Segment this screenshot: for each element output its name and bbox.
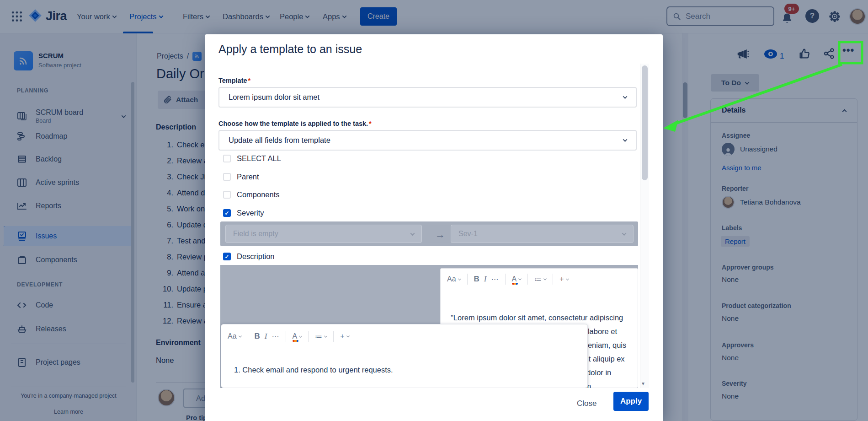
chevron-down-icon [543, 277, 547, 280]
toolbar-divider [333, 331, 334, 342]
severity-target-select: Sev-1 [451, 225, 634, 243]
chevron-down-icon [410, 231, 415, 236]
arrow-right-icon: → [435, 229, 445, 241]
list-button[interactable]: ≔ [315, 332, 327, 341]
chevron-down-icon [518, 277, 522, 280]
apply-template-modal: Apply a template to an issue Template* L… [205, 34, 663, 421]
checkbox-select-all[interactable]: SELECT ALL [223, 154, 281, 163]
chevron-down-icon [239, 334, 242, 337]
list-button[interactable]: ≔ [534, 275, 546, 284]
apply-button[interactable]: Apply [613, 392, 649, 411]
toolbar-divider [286, 331, 286, 342]
toolbar-divider [553, 274, 553, 285]
jira-app: Jira Your work Projects Filters Dashboar… [0, 0, 868, 421]
close-button[interactable]: Close [570, 395, 603, 412]
required-asterisk: * [248, 77, 251, 84]
checkbox-description[interactable]: ✓Description [223, 252, 275, 261]
text-color-button[interactable]: A [293, 332, 302, 340]
toolbar-divider [248, 331, 248, 342]
text-style-button[interactable]: Aa [228, 332, 241, 340]
checkbox-checked-icon: ✓ [223, 253, 231, 260]
text-style-button[interactable]: Aa [447, 275, 461, 283]
scroll-down-arrow-icon[interactable]: ▾ [642, 380, 644, 387]
checkbox-icon [223, 191, 231, 199]
chevron-down-icon [623, 94, 628, 99]
toolbar-divider [308, 331, 309, 342]
italic-button[interactable]: I [265, 332, 267, 341]
italic-button[interactable]: I [484, 275, 487, 284]
toolbar-divider [527, 274, 528, 285]
severity-source-select: Field is empty [225, 225, 422, 243]
checkbox-severity[interactable]: ✓Severity [223, 209, 264, 217]
apply-mode-label: Choose how the template is applied to th… [218, 120, 372, 127]
severity-mapping-row: Field is empty → Sev-1 [220, 221, 638, 246]
insert-button[interactable]: + [559, 275, 568, 283]
more-formatting-button[interactable]: ⋯ [272, 332, 279, 341]
bold-button[interactable]: B [474, 275, 479, 284]
current-description-text[interactable]: 1. Check email and respond to urgent req… [234, 362, 403, 378]
editor-toolbar: Aa B I ⋯ A ≔ + [221, 324, 587, 348]
modal-scrollbar[interactable]: ▾ [640, 64, 649, 390]
chevron-down-icon [299, 334, 302, 337]
checkbox-components[interactable]: Components [223, 190, 280, 199]
required-asterisk: * [369, 120, 372, 127]
apply-mode-select[interactable]: Update all fields from template [218, 130, 637, 151]
chevron-down-icon [622, 231, 627, 236]
chevron-down-icon [566, 277, 569, 280]
checkbox-icon [223, 173, 231, 181]
checkbox-checked-icon: ✓ [223, 209, 231, 217]
more-formatting-button[interactable]: ⋯ [491, 275, 499, 284]
chevron-down-icon [346, 334, 350, 337]
text-color-button[interactable]: A [512, 275, 522, 283]
current-description-editor[interactable]: Aa B I ⋯ A ≔ + 1. Check email and respon… [221, 324, 588, 388]
modal-scrollbar-thumb[interactable] [642, 65, 648, 180]
description-compare-area: Aa B I ⋯ A ≔ + "Lorem ipsum dolor sit am… [220, 265, 638, 388]
toolbar-divider [467, 274, 468, 285]
chevron-down-icon [623, 137, 628, 142]
checkbox-parent[interactable]: Parent [223, 173, 259, 181]
template-select[interactable]: Lorem ipsum dolor sit amet [218, 87, 637, 108]
chevron-down-icon [458, 277, 461, 280]
modal-title: Apply a template to an issue [218, 43, 362, 56]
toolbar-divider [505, 274, 506, 285]
checkbox-icon [223, 155, 231, 162]
chevron-down-icon [324, 334, 327, 337]
template-field-label: Template* [218, 77, 250, 84]
bold-button[interactable]: B [255, 332, 260, 341]
modal-footer: Close Apply [205, 388, 663, 421]
editor-toolbar: Aa B I ⋯ A ≔ + [441, 269, 638, 290]
insert-button[interactable]: + [340, 332, 349, 340]
